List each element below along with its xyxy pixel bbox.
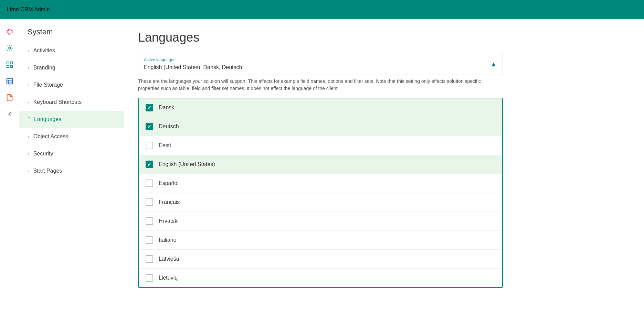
active-languages-field[interactable]: Active languages English (United States)… bbox=[138, 53, 503, 75]
language-checkbox[interactable] bbox=[146, 198, 153, 206]
chevron-icon: › bbox=[28, 82, 29, 88]
sidebar-item-branding[interactable]: › Branding bbox=[19, 59, 124, 76]
chevron-icon: › bbox=[28, 65, 29, 71]
document-icon[interactable] bbox=[3, 91, 17, 105]
svg-rect-5 bbox=[7, 78, 12, 84]
language-checkbox[interactable] bbox=[146, 104, 153, 111]
chevron-icon: › bbox=[28, 168, 29, 174]
language-checkbox[interactable] bbox=[146, 161, 153, 168]
chevron-down-icon: ˅ bbox=[28, 117, 30, 122]
sidebar-item-label: Languages bbox=[34, 116, 61, 122]
sidebar-item-security[interactable]: › Security bbox=[19, 145, 124, 162]
sidebar: System › Activities › Branding › File St… bbox=[19, 19, 124, 336]
sidebar-item-start-pages[interactable]: › Start Pages bbox=[19, 162, 124, 180]
languages-dropdown-list: DanskDeutschEestiEnglish (United States)… bbox=[138, 98, 503, 288]
sidebar-item-keyboard-shortcuts[interactable]: › Keyboard Shortcuts bbox=[19, 94, 124, 111]
sidebar-item-label: Security bbox=[33, 151, 53, 157]
language-item[interactable]: Eesti bbox=[139, 136, 502, 155]
svg-point-0 bbox=[9, 47, 11, 49]
language-checkbox[interactable] bbox=[146, 142, 153, 149]
language-label: Deutsch bbox=[159, 123, 179, 130]
language-item[interactable]: Español bbox=[139, 174, 502, 193]
sidebar-item-label: Keyboard Shortcuts bbox=[33, 99, 82, 105]
language-label: Español bbox=[159, 180, 179, 186]
dropdown-arrow-icon[interactable]: ▲ bbox=[490, 60, 497, 68]
language-checkbox[interactable] bbox=[146, 123, 153, 130]
topbar: Lime CRM Admin bbox=[0, 0, 644, 19]
back-icon[interactable] bbox=[3, 107, 17, 121]
chevron-icon: › bbox=[28, 151, 29, 156]
sidebar-item-label: Object Access bbox=[33, 133, 68, 140]
main-content: Languages Active languages English (Unit… bbox=[124, 19, 644, 336]
svg-rect-4 bbox=[10, 65, 12, 67]
gear-icon[interactable] bbox=[3, 58, 17, 72]
language-item[interactable]: Hrvatski bbox=[139, 212, 502, 231]
puzzle-icon[interactable] bbox=[3, 25, 17, 39]
language-item[interactable]: Deutsch bbox=[139, 117, 502, 136]
language-checkbox[interactable] bbox=[146, 217, 153, 225]
language-checkbox[interactable] bbox=[146, 180, 153, 187]
sidebar-item-label: File Storage bbox=[33, 82, 63, 88]
language-checkbox[interactable] bbox=[146, 255, 153, 263]
sidebar-item-file-storage[interactable]: › File Storage bbox=[19, 76, 124, 94]
language-label: Hrvatski bbox=[159, 218, 179, 224]
field-label: Active languages bbox=[144, 57, 497, 62]
sidebar-item-label: Branding bbox=[33, 65, 55, 71]
language-checkbox[interactable] bbox=[146, 274, 153, 282]
chevron-icon: › bbox=[28, 48, 29, 53]
field-value: English (United States), Dansk, Deutsch bbox=[144, 64, 497, 71]
sidebar-item-object-access[interactable]: › Object Access bbox=[19, 128, 124, 145]
sidebar-section-title: System bbox=[19, 19, 124, 42]
sidebar-item-activities[interactable]: › Activities bbox=[19, 42, 124, 59]
svg-rect-3 bbox=[7, 65, 9, 67]
sidebar-item-label: Activities bbox=[33, 47, 55, 54]
language-item[interactable]: Lietuvių bbox=[139, 269, 502, 287]
language-label: Latviešu bbox=[159, 256, 179, 262]
svg-rect-2 bbox=[10, 62, 12, 64]
languages-description: These are the languages your solution wi… bbox=[138, 78, 503, 92]
language-label: Français bbox=[159, 199, 180, 205]
topbar-title: Lime CRM Admin bbox=[7, 7, 50, 13]
language-item[interactable]: Dansk bbox=[139, 98, 502, 117]
table-icon[interactable] bbox=[3, 74, 17, 88]
language-item[interactable]: Latviešu bbox=[139, 250, 502, 269]
chevron-icon: › bbox=[28, 134, 29, 139]
language-label: Italiano bbox=[159, 237, 177, 243]
language-checkbox[interactable] bbox=[146, 236, 153, 244]
language-label: Dansk bbox=[159, 105, 174, 111]
language-label: English (United States) bbox=[159, 161, 215, 167]
sidebar-item-languages[interactable]: ˅ Languages bbox=[19, 111, 124, 128]
svg-rect-1 bbox=[7, 62, 9, 64]
language-label: Eesti bbox=[159, 142, 171, 149]
language-item[interactable]: English (United States) bbox=[139, 155, 502, 174]
language-label: Lietuvių bbox=[159, 275, 178, 281]
settings1-icon[interactable] bbox=[3, 41, 17, 55]
icon-rail bbox=[0, 19, 19, 336]
page-title: Languages bbox=[138, 30, 630, 45]
chevron-icon: › bbox=[28, 99, 29, 105]
sidebar-item-label: Start Pages bbox=[33, 168, 62, 174]
language-item[interactable]: Italiano bbox=[139, 231, 502, 250]
language-item[interactable]: Français bbox=[139, 193, 502, 212]
